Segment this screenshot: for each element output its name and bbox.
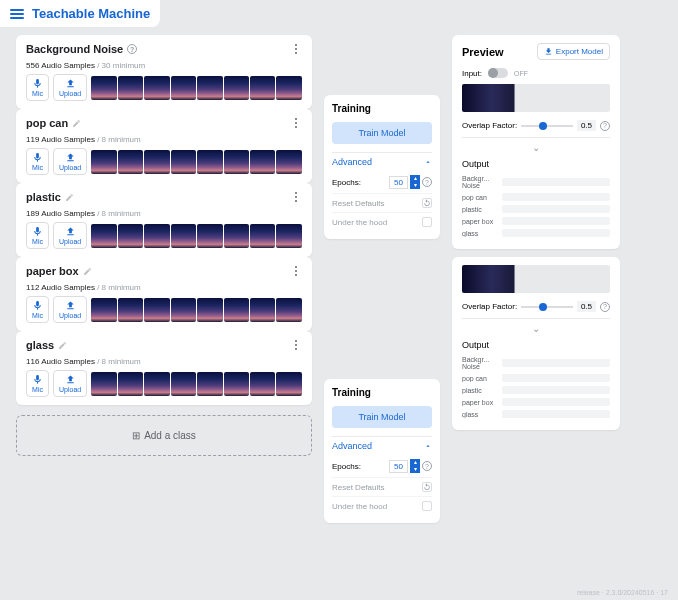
kebab-menu-icon[interactable]	[290, 266, 302, 276]
audio-thumb[interactable]	[276, 298, 301, 322]
audio-thumb[interactable]	[91, 150, 116, 174]
audio-thumb[interactable]	[144, 224, 169, 248]
kebab-menu-icon[interactable]	[290, 340, 302, 350]
audio-thumb[interactable]	[171, 150, 196, 174]
samples-count: 556 Audio Samples / 30 minimum	[26, 61, 302, 70]
help-icon[interactable]: ?	[600, 302, 610, 312]
audio-thumb[interactable]	[91, 76, 116, 100]
audio-thumb[interactable]	[250, 76, 275, 100]
audio-thumb[interactable]	[224, 224, 249, 248]
audio-thumb[interactable]	[144, 372, 169, 396]
chevron-up-icon	[424, 442, 432, 450]
upload-button[interactable]: Upload	[53, 74, 87, 101]
mic-button[interactable]: Mic	[26, 296, 49, 323]
overlap-slider[interactable]	[521, 306, 573, 308]
under-the-hood[interactable]: Under the hood	[332, 496, 432, 515]
audio-thumb[interactable]	[91, 224, 116, 248]
mic-button[interactable]: Mic	[26, 74, 49, 101]
train-model-button[interactable]: Train Model	[332, 406, 432, 428]
output-label: Backgr... Noise	[462, 356, 496, 370]
audio-thumb[interactable]	[144, 150, 169, 174]
audio-thumb[interactable]	[276, 224, 301, 248]
stepper-up[interactable]: ▴	[410, 175, 420, 182]
export-model-button[interactable]: Export Model	[537, 43, 610, 60]
mic-button[interactable]: Mic	[26, 370, 49, 397]
audio-thumb[interactable]	[224, 298, 249, 322]
upload-button[interactable]: Upload	[53, 222, 87, 249]
kebab-menu-icon[interactable]	[290, 44, 302, 54]
audio-thumb[interactable]	[118, 150, 143, 174]
upload-button[interactable]: Upload	[53, 148, 87, 175]
audio-thumb[interactable]	[171, 224, 196, 248]
audio-thumb[interactable]	[118, 76, 143, 100]
under-the-hood[interactable]: Under the hood	[332, 212, 432, 231]
stepper-down[interactable]: ▾	[410, 466, 420, 473]
spectrogram-preview	[462, 265, 610, 293]
help-icon[interactable]: ?	[600, 121, 610, 131]
audio-thumb[interactable]	[197, 76, 222, 100]
mic-button[interactable]: Mic	[26, 222, 49, 249]
reset-defaults[interactable]: Reset Defaults	[332, 193, 432, 212]
audio-thumb[interactable]	[250, 298, 275, 322]
audio-thumb[interactable]	[224, 76, 249, 100]
training-card: Training Train Model Advanced Epochs:50▴…	[324, 379, 440, 523]
audio-thumb[interactable]	[171, 372, 196, 396]
output-title: Output	[462, 159, 610, 169]
advanced-toggle[interactable]: Advanced	[332, 436, 432, 455]
audio-thumb[interactable]	[118, 224, 143, 248]
version-text: release · 2.3.0/20240516 · 17	[577, 589, 668, 596]
input-toggle[interactable]	[488, 68, 508, 78]
overlap-slider[interactable]	[521, 125, 573, 127]
advanced-toggle[interactable]: Advanced	[332, 152, 432, 171]
audio-thumb[interactable]	[118, 372, 143, 396]
audio-thumb[interactable]	[197, 298, 222, 322]
kebab-menu-icon[interactable]	[290, 192, 302, 202]
help-icon[interactable]: ?	[127, 44, 137, 54]
audio-thumb[interactable]	[224, 372, 249, 396]
audio-thumb[interactable]	[144, 298, 169, 322]
upload-button[interactable]: Upload	[53, 296, 87, 323]
audio-thumb[interactable]	[250, 150, 275, 174]
audio-thumb[interactable]	[118, 298, 143, 322]
audio-thumb[interactable]	[91, 372, 116, 396]
audio-thumb[interactable]	[197, 372, 222, 396]
class-title[interactable]: pop can	[26, 117, 81, 129]
chevron-down-icon: ⌄	[462, 137, 610, 153]
audio-thumb[interactable]	[171, 76, 196, 100]
stepper-up[interactable]: ▴	[410, 459, 420, 466]
kebab-menu-icon[interactable]	[290, 118, 302, 128]
overlap-label: Overlap Factor:	[462, 121, 517, 130]
class-title[interactable]: Background Noise ?	[26, 43, 137, 55]
audio-thumb[interactable]	[144, 76, 169, 100]
class-title[interactable]: plastic	[26, 191, 74, 203]
pencil-icon[interactable]	[83, 267, 92, 276]
epochs-input[interactable]: 50	[389, 176, 408, 189]
epochs-input[interactable]: 50	[389, 460, 408, 473]
audio-thumb[interactable]	[276, 76, 301, 100]
help-icon[interactable]: ?	[422, 177, 432, 187]
help-icon[interactable]: ?	[422, 461, 432, 471]
reset-defaults[interactable]: Reset Defaults	[332, 477, 432, 496]
class-title[interactable]: paper box	[26, 265, 92, 277]
upload-button[interactable]: Upload	[53, 370, 87, 397]
audio-thumb[interactable]	[276, 150, 301, 174]
audio-thumb[interactable]	[197, 150, 222, 174]
mic-button[interactable]: Mic	[26, 148, 49, 175]
audio-thumb[interactable]	[276, 372, 301, 396]
stepper-down[interactable]: ▾	[410, 182, 420, 189]
pencil-icon[interactable]	[65, 193, 74, 202]
audio-thumb[interactable]	[250, 224, 275, 248]
pencil-icon[interactable]	[58, 341, 67, 350]
train-model-button[interactable]: Train Model	[332, 122, 432, 144]
audio-thumb[interactable]	[91, 298, 116, 322]
audio-thumb[interactable]	[197, 224, 222, 248]
add-class-button[interactable]: ⊞ Add a class	[16, 415, 312, 456]
audio-thumb[interactable]	[171, 298, 196, 322]
class-title[interactable]: glass	[26, 339, 67, 351]
audio-thumb[interactable]	[224, 150, 249, 174]
pencil-icon[interactable]	[72, 119, 81, 128]
chevron-up-icon	[424, 158, 432, 166]
menu-icon[interactable]	[10, 9, 24, 19]
output-row: Backgr... Noise	[462, 175, 610, 189]
audio-thumb[interactable]	[250, 372, 275, 396]
